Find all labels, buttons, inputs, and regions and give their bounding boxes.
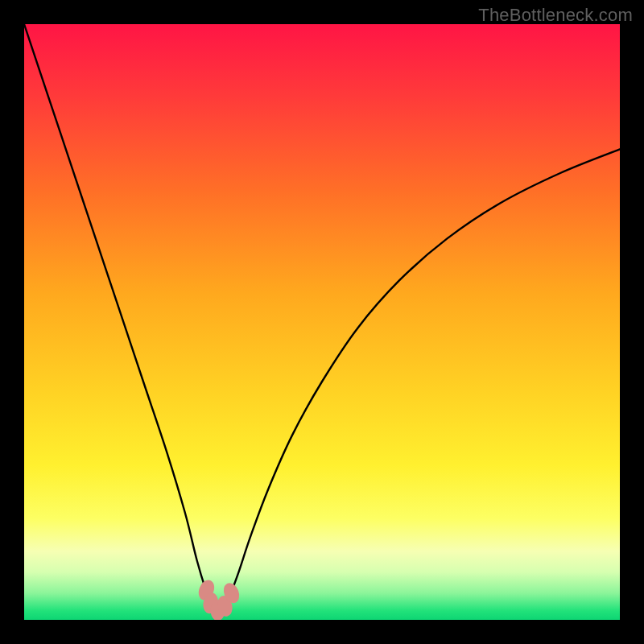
- gradient-background: [24, 24, 620, 620]
- watermark-text: TheBottleneck.com: [478, 5, 633, 26]
- chart-svg: [24, 24, 620, 620]
- outer-frame: TheBottleneck.com: [0, 0, 644, 644]
- plot-area: [24, 24, 620, 620]
